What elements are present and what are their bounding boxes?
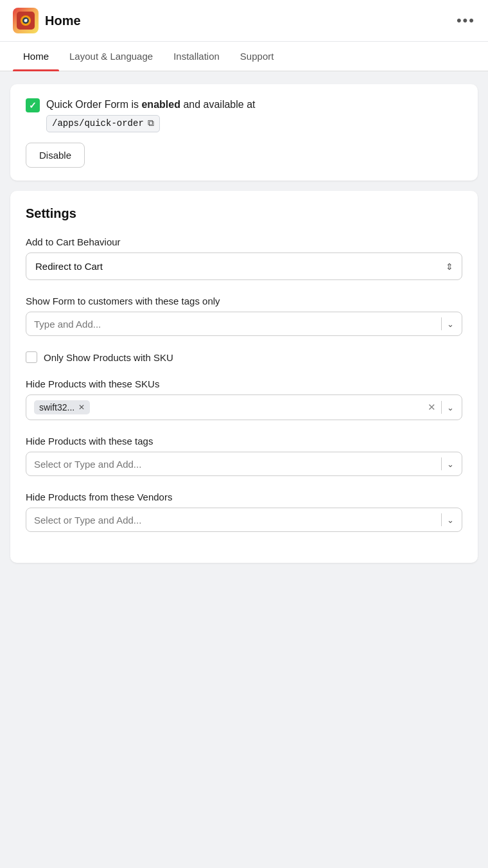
- hide-products-vendors-input-wrapper: ⌄: [26, 508, 462, 532]
- show-form-tags-input[interactable]: [34, 319, 436, 330]
- settings-title: Settings: [26, 206, 462, 221]
- show-form-tags-label: Show Form to customers with these tags o…: [26, 296, 462, 306]
- only-show-sku-row: Only Show Products with SKU: [26, 351, 462, 363]
- hide-products-vendors-label: Hide Products from these Vendors: [26, 492, 462, 502]
- tag-divider-2: [441, 401, 442, 414]
- tag-divider-3: [441, 457, 442, 470]
- more-options-button[interactable]: •••: [457, 12, 475, 29]
- status-bold: enabled: [141, 99, 180, 110]
- only-show-sku-label: Only Show Products with SKU: [44, 352, 173, 363]
- hide-products-sku-chevron-icon[interactable]: ⌄: [447, 403, 454, 412]
- hide-products-vendors-group: Hide Products from these Vendors ⌄: [26, 492, 462, 532]
- status-prefix: Quick Order Form is: [46, 99, 139, 110]
- header-left: Home: [13, 8, 81, 33]
- tab-installation[interactable]: Installation: [163, 42, 230, 71]
- hide-products-vendors-chevron-icon[interactable]: ⌄: [447, 515, 454, 525]
- sku-tag-remove-button[interactable]: ✕: [78, 403, 85, 411]
- main-content: Quick Order Form is enabled and availabl…: [0, 71, 488, 576]
- url-path-text: /apps/quick-order: [52, 117, 144, 130]
- show-form-tags-input-wrapper: ⌄: [26, 312, 462, 336]
- hide-products-sku-input-wrapper: swift32... ✕ ✕ ⌄: [26, 394, 462, 420]
- add-to-cart-select[interactable]: Redirect to Cart Stay on Page Open Cart …: [26, 252, 462, 280]
- hide-products-sku-label: Hide Products with these SKUs: [26, 378, 462, 389]
- tab-home[interactable]: Home: [13, 42, 59, 71]
- app-title: Home: [45, 13, 81, 28]
- add-to-cart-group: Add to Cart Behaviour Redirect to Cart S…: [26, 236, 462, 280]
- app-icon: [13, 8, 39, 33]
- tab-layout-language[interactable]: Layout & Language: [59, 42, 163, 71]
- nav-tabs: Home Layout & Language Installation Supp…: [0, 42, 488, 71]
- app-header: Home •••: [0, 0, 488, 42]
- svg-point-4: [26, 19, 28, 21]
- status-text: Quick Order Form is enabled and availabl…: [46, 97, 462, 132]
- tag-divider: [441, 317, 442, 330]
- show-form-tags-chevron-icon[interactable]: ⌄: [447, 319, 454, 329]
- hide-products-sku-group: Hide Products with these SKUs swift32...…: [26, 378, 462, 420]
- disable-button[interactable]: Disable: [26, 143, 85, 168]
- status-suffix: and available at: [183, 99, 255, 110]
- tag-divider-4: [441, 513, 442, 526]
- url-path-badge: /apps/quick-order ⧉: [46, 115, 160, 132]
- settings-card: Settings Add to Cart Behaviour Redirect …: [10, 191, 478, 563]
- hide-products-tags-input-wrapper: ⌄: [26, 452, 462, 476]
- hide-products-vendors-input[interactable]: [34, 515, 436, 526]
- show-form-tags-group: Show Form to customers with these tags o…: [26, 296, 462, 336]
- hide-products-tags-label: Hide Products with these tags: [26, 436, 462, 447]
- copy-url-button[interactable]: ⧉: [148, 117, 154, 130]
- sku-tag-swift32: swift32... ✕: [34, 400, 90, 414]
- sku-tag-text: swift32...: [39, 402, 74, 412]
- add-to-cart-select-wrapper: Redirect to Cart Stay on Page Open Cart …: [26, 252, 462, 280]
- hide-products-tags-chevron-icon[interactable]: ⌄: [447, 459, 454, 469]
- status-card: Quick Order Form is enabled and availabl…: [10, 84, 478, 181]
- clear-all-button[interactable]: ✕: [428, 402, 436, 413]
- tag-right-actions: ✕ ⌄: [428, 401, 454, 414]
- status-row: Quick Order Form is enabled and availabl…: [26, 97, 462, 132]
- hide-products-tags-group: Hide Products with these tags ⌄: [26, 436, 462, 476]
- only-show-sku-checkbox[interactable]: [26, 351, 37, 363]
- hide-products-tags-input[interactable]: [34, 459, 436, 470]
- enabled-check-icon: [26, 98, 40, 112]
- tab-support[interactable]: Support: [230, 42, 284, 71]
- add-to-cart-label: Add to Cart Behaviour: [26, 236, 462, 247]
